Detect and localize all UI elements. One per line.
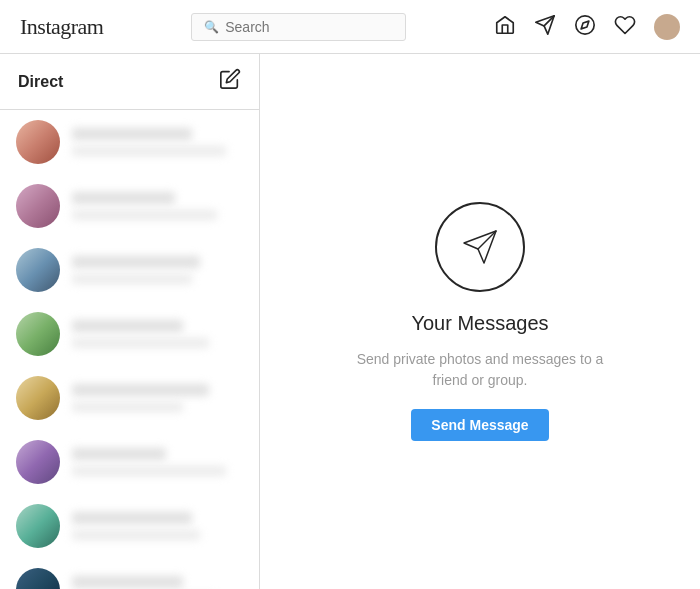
sidebar: Direct: [0, 54, 260, 589]
search-icon: 🔍: [204, 20, 219, 34]
list-item[interactable]: [0, 238, 259, 302]
conversation-list: [0, 110, 259, 589]
empty-state-panel: Your Messages Send private photos and me…: [260, 54, 700, 589]
svg-marker-3: [581, 21, 589, 29]
empty-state-subtitle: Send private photos and messages to a fr…: [350, 349, 610, 391]
list-item[interactable]: [0, 494, 259, 558]
list-item[interactable]: [0, 558, 259, 589]
explore-icon[interactable]: [574, 14, 596, 40]
svg-point-2: [576, 15, 594, 33]
profile-avatar[interactable]: [654, 14, 680, 40]
conv-info: [72, 320, 243, 348]
sidebar-title: Direct: [18, 73, 63, 91]
list-item[interactable]: [0, 302, 259, 366]
avatar: [16, 248, 60, 292]
avatar: [16, 568, 60, 589]
sidebar-header: Direct: [0, 54, 259, 110]
app-logo: Instagram: [20, 14, 103, 40]
heart-icon[interactable]: [614, 14, 636, 40]
conv-info: [72, 576, 243, 589]
avatar: [16, 376, 60, 420]
send-message-button[interactable]: Send Message: [411, 409, 548, 441]
list-item[interactable]: [0, 174, 259, 238]
avatar: [16, 120, 60, 164]
conv-info: [72, 384, 243, 412]
direct-icon[interactable]: [534, 14, 556, 40]
empty-state-title: Your Messages: [411, 312, 548, 335]
app-header: Instagram 🔍: [0, 0, 700, 54]
conv-info: [72, 512, 243, 540]
compose-icon[interactable]: [219, 68, 241, 95]
search-input[interactable]: [225, 19, 393, 35]
avatar: [16, 312, 60, 356]
avatar: [16, 184, 60, 228]
conv-info: [72, 192, 243, 220]
main-content: Direct: [0, 54, 700, 589]
list-item[interactable]: [0, 430, 259, 494]
avatar: [16, 504, 60, 548]
search-bar[interactable]: 🔍: [191, 13, 406, 41]
nav-icons: [494, 14, 680, 40]
avatar: [16, 440, 60, 484]
conv-info: [72, 256, 243, 284]
home-icon[interactable]: [494, 14, 516, 40]
list-item[interactable]: [0, 110, 259, 174]
conv-info: [72, 448, 243, 476]
conv-info: [72, 128, 243, 156]
message-circle-icon: [435, 202, 525, 292]
list-item[interactable]: [0, 366, 259, 430]
